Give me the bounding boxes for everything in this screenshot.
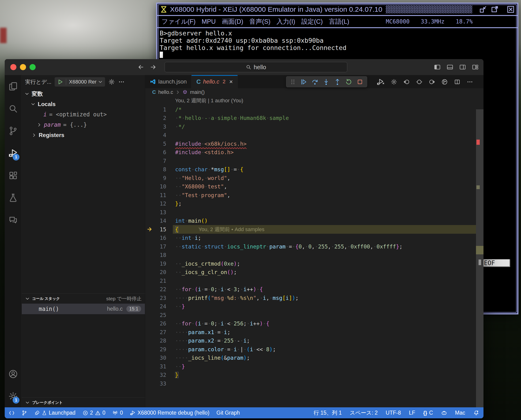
- breadcrumb-symbol[interactable]: main(): [190, 89, 205, 95]
- code-line-5[interactable]: 5#include·<x68k/iocs.h>: [145, 139, 476, 148]
- copilot-status[interactable]: [441, 410, 447, 416]
- emulator-titlebar[interactable]: X68000 Hybrid - XEiJ (X68000 Emulator in…: [157, 4, 517, 15]
- close-tab-icon[interactable]: ×: [229, 78, 233, 85]
- minimize-window-button[interactable]: [20, 64, 26, 70]
- menu-sound[interactable]: 音声(S): [249, 17, 271, 26]
- vscode-titlebar[interactable]: hello: [5, 59, 484, 75]
- restart-button[interactable]: [345, 78, 352, 85]
- code-line-19[interactable]: 19··_iocs_crtmod(0xe);: [145, 259, 476, 268]
- code-line-22[interactable]: 22··for·(i·=·0;·i·<·3;·i++)·{: [145, 285, 476, 294]
- code-line-31[interactable]: 31··}: [145, 362, 476, 371]
- nav-back-button[interactable]: [137, 64, 144, 71]
- step-out-button[interactable]: [334, 78, 341, 85]
- code-line-26[interactable]: 26··for·(i·=·0;·i·<·256;·i++)·{: [145, 319, 476, 328]
- gear-icon[interactable]: [391, 79, 397, 85]
- continue-button[interactable]: [300, 78, 307, 85]
- close-button[interactable]: [506, 5, 515, 14]
- debug-status[interactable]: X68000 Remote debug (hello): [130, 410, 209, 416]
- ports-status[interactable]: 0: [112, 410, 123, 416]
- code-line-30[interactable]: 30····_iocs_line(&param);: [145, 354, 476, 362]
- sidebar-item-explorer[interactable]: [5, 75, 22, 97]
- code-line-28[interactable]: 28····param.x2·=·255·-·i;: [145, 337, 476, 345]
- debug-config-select[interactable]: X68000 Rer: [66, 79, 98, 85]
- tab-hello-c[interactable]: C hello.c 2 ×: [191, 75, 238, 88]
- sidebar-item-run-debug[interactable]: 1: [5, 142, 22, 164]
- remote-indicator[interactable]: [9, 410, 15, 416]
- encoding-status[interactable]: UTF-8: [386, 410, 401, 416]
- run-debug-icon[interactable]: [377, 78, 385, 86]
- zoom-window-button[interactable]: [29, 64, 36, 70]
- configure-gear-icon[interactable]: [108, 79, 115, 85]
- source-control-status[interactable]: [22, 410, 27, 416]
- registers-group[interactable]: Registers: [22, 130, 145, 140]
- sidebar-item-comments[interactable]: [5, 209, 22, 231]
- account-button[interactable]: [5, 363, 22, 385]
- code-line-32[interactable]: 32}: [145, 371, 476, 379]
- language-status[interactable]: {} C: [423, 410, 433, 416]
- menu-language[interactable]: 言語(L): [329, 17, 349, 26]
- reverse-continue-icon[interactable]: [403, 79, 410, 85]
- eol-status[interactable]: LF: [409, 410, 415, 416]
- code-line-27[interactable]: 27····param.x1·=·i;: [145, 328, 476, 337]
- menu-config[interactable]: 設定(C): [301, 17, 323, 26]
- stack-frame-row[interactable]: main() hello.c 15:1: [22, 304, 145, 314]
- code-line-10[interactable]: 10··"X68000·test",: [145, 182, 476, 191]
- drag-grip-icon[interactable]: [290, 79, 296, 85]
- code-line-33[interactable]: 33: [145, 379, 476, 388]
- code-line-29[interactable]: 29····param.color·=·i·|·(i·<<·8);: [145, 345, 476, 354]
- code-line-9[interactable]: 9··"Hello,·world",: [145, 174, 476, 182]
- code-line-14[interactable]: 14int·main(): [145, 217, 476, 225]
- stop-button[interactable]: [356, 78, 363, 85]
- maximize-button[interactable]: [491, 5, 499, 14]
- breakpoints-section-header[interactable]: ブレークポイント: [22, 398, 145, 408]
- code-line-20[interactable]: 20··_iocs_g_clr_on();: [145, 268, 476, 277]
- editor-scrollbar[interactable]: [476, 109, 484, 407]
- code-line-18[interactable]: 18: [145, 251, 476, 260]
- code-line-13[interactable]: 13: [145, 208, 476, 217]
- tab-launch-json[interactable]: launch.json: [145, 75, 191, 88]
- split-editor-icon[interactable]: [454, 79, 461, 85]
- code-line-7[interactable]: 7: [145, 157, 476, 165]
- git-graph-status[interactable]: Git Graph: [216, 410, 240, 416]
- code-editor[interactable]: You, 2 週間前 | 1 author (You) 1/*2·*·hello…: [145, 96, 484, 407]
- toggle-secondary-sidebar-icon[interactable]: [459, 64, 466, 71]
- start-debug-button[interactable]: [55, 79, 66, 85]
- code-line-25[interactable]: 25: [145, 311, 476, 319]
- breadcrumb[interactable]: C hello.c main(): [145, 88, 484, 96]
- step-over-button[interactable]: [311, 78, 318, 85]
- menu-display[interactable]: 画面(D): [222, 17, 243, 26]
- code-line-15[interactable]: 15{You, 2 週間前 • Add samples: [145, 225, 476, 234]
- code-line-24[interactable]: 24··}: [145, 302, 476, 311]
- git-graph-icon[interactable]: [441, 79, 448, 85]
- callstack-section-header[interactable]: コール スタック step で一時停止: [22, 293, 145, 304]
- code-line-4[interactable]: 4: [145, 131, 476, 140]
- code-line-11[interactable]: 11··"Test·program",: [145, 191, 476, 199]
- restore-down-button[interactable]: [479, 5, 487, 14]
- manage-button[interactable]: 1: [5, 385, 22, 407]
- sidebar-item-testing[interactable]: [5, 187, 22, 209]
- code-line-16[interactable]: 16··int·i;: [145, 234, 476, 242]
- toggle-panel-icon[interactable]: [447, 64, 454, 71]
- step-into-button[interactable]: [323, 78, 330, 85]
- code-line-21[interactable]: 21: [145, 276, 476, 285]
- code-line-2[interactable]: 2·*·hello·-·a·simple·Human68k·sample: [145, 114, 476, 122]
- code-line-8[interactable]: 8const·char·*msg[]·=·{: [145, 165, 476, 174]
- locals-group[interactable]: Locals: [22, 99, 145, 109]
- variables-section-header[interactable]: 変数: [22, 89, 145, 99]
- more-actions-icon[interactable]: [118, 79, 125, 85]
- code-line-1[interactable]: 1/*: [145, 105, 476, 114]
- nav-forward-button[interactable]: [150, 64, 157, 71]
- problems-status[interactable]: 2 0: [82, 410, 105, 416]
- code-line-3[interactable]: 3·*/: [145, 122, 476, 131]
- code-line-17[interactable]: 17··static·struct·iocs_lineptr·param·=·{…: [145, 242, 476, 251]
- os-status[interactable]: Mac: [455, 410, 465, 416]
- toggle-sidebar-icon[interactable]: [434, 64, 441, 71]
- cursor-position-status[interactable]: 行 15、列 1: [314, 409, 342, 416]
- indentation-status[interactable]: スペース: 2: [350, 409, 378, 416]
- run-to-cursor-icon[interactable]: [416, 79, 423, 85]
- code-line-6[interactable]: 6#include·<stdio.h>: [145, 148, 476, 157]
- variable-row-i[interactable]: i = <optimized out>: [22, 109, 145, 120]
- chevron-down-icon[interactable]: [98, 80, 105, 84]
- breadcrumb-file[interactable]: hello.c: [158, 89, 173, 95]
- sidebar-item-search[interactable]: [5, 97, 22, 120]
